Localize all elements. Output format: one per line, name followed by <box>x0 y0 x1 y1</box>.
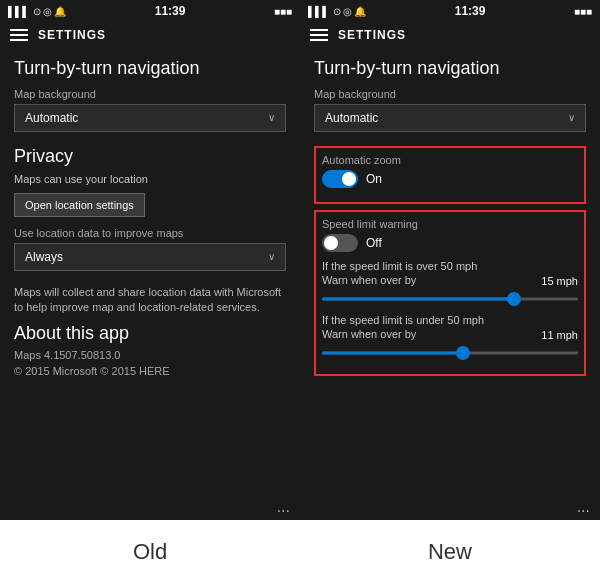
about-line2-left: © 2015 Microsoft © 2015 HERE <box>14 364 286 379</box>
map-bg-label-left: Map background <box>14 88 286 100</box>
auto-zoom-state: On <box>366 172 382 186</box>
over50-value-row: Warn when over by 15 mph <box>322 274 578 288</box>
under50-track <box>322 351 578 354</box>
over50-track <box>322 297 578 300</box>
volume-icon-left: 🔔 <box>54 6 66 17</box>
map-bg-dropdown-left[interactable]: Automatic ∨ <box>14 104 286 132</box>
signal-bars-right: ▌▌▌ <box>308 6 329 17</box>
signal-bars-left: ▌▌▌ <box>8 6 29 17</box>
hamburger-icon-left[interactable] <box>10 29 28 41</box>
location-data-value-left: Always <box>25 250 63 264</box>
map-bg-value-left: Automatic <box>25 111 78 125</box>
dropdown-arrow-right: ∨ <box>568 112 575 123</box>
privacy-desc-left: Maps can use your location <box>14 173 286 185</box>
nav-title-left: Turn-by-turn navigation <box>14 58 286 80</box>
under50-fill <box>322 351 463 354</box>
status-bar-right: ▌▌▌ ⊙ ◎ 🔔 11:39 ■■■ <box>300 0 600 22</box>
warn-over-by-label: Warn when over by <box>322 274 416 286</box>
speed-limit-box: Speed limit warning Off If the speed lim… <box>314 210 586 376</box>
over50-thumb[interactable] <box>507 292 521 306</box>
warn-under50-label: Warn when over by <box>322 328 416 340</box>
nav-title-right: Turn-by-turn navigation <box>314 58 586 80</box>
auto-zoom-box: Automatic zoom On <box>314 146 586 204</box>
location-icon-right: ◎ <box>343 6 352 17</box>
map-bg-label-right: Map background <box>314 88 586 100</box>
location-settings-button[interactable]: Open location settings <box>14 193 145 217</box>
time-left: 11:39 <box>155 4 186 18</box>
hamburger-icon-right[interactable] <box>310 29 328 41</box>
privacy-section-left: Privacy Maps can use your location Open … <box>14 146 286 316</box>
signal-icons-left: ▌▌▌ ⊙ ◎ 🔔 <box>8 6 66 17</box>
over50-value: 15 mph <box>541 275 578 287</box>
battery-right: ■■■ <box>574 6 592 17</box>
under50-label: If the speed limit is under 50 mph <box>322 314 578 326</box>
speed-toggle-row: Off <box>322 234 578 252</box>
about-title-left: About this app <box>14 323 286 344</box>
dropdown-arrow2-left: ∨ <box>268 251 275 262</box>
over50-label: If the speed limit is over 50 mph <box>322 260 578 272</box>
auto-zoom-toggle-row: On <box>322 170 578 188</box>
privacy-footer-left: Maps will collect and share location dat… <box>14 285 286 316</box>
settings-title-right: SETTINGS <box>338 28 406 42</box>
auto-zoom-label: Automatic zoom <box>322 154 578 166</box>
map-bg-dropdown-right[interactable]: Automatic ∨ <box>314 104 586 132</box>
volume-icon-right: 🔔 <box>354 6 366 17</box>
old-screen: ▌▌▌ ⊙ ◎ 🔔 11:39 ■■■ SETTINGS Turn-by-tur… <box>0 0 300 520</box>
location-icon-left: ◎ <box>43 6 52 17</box>
new-label: New <box>300 520 600 583</box>
under50-thumb[interactable] <box>456 346 470 360</box>
speed-warning-state: Off <box>366 236 382 250</box>
about-line1-left: Maps 4.1507.50813.0 <box>14 348 286 363</box>
battery-left: ■■■ <box>274 6 292 17</box>
screen-content-right: Turn-by-turn navigation Map background A… <box>300 48 600 494</box>
speed-warning-toggle[interactable] <box>322 234 358 252</box>
over50-slider[interactable] <box>322 292 578 306</box>
signal-icons-right: ▌▌▌ ⊙ ◎ 🔔 <box>308 6 366 17</box>
dropdown-arrow-left: ∨ <box>268 112 275 123</box>
bottom-dots-left: ... <box>0 494 300 520</box>
wifi-icon-left: ⊙ <box>33 6 41 17</box>
speed-warning-label: Speed limit warning <box>322 218 578 230</box>
bottom-labels: Old New <box>0 520 600 583</box>
status-bar-left: ▌▌▌ ⊙ ◎ 🔔 11:39 ■■■ <box>0 0 300 22</box>
old-label: Old <box>0 520 300 583</box>
under50-value: 11 mph <box>541 329 578 341</box>
settings-title-left: SETTINGS <box>38 28 106 42</box>
over50-fill <box>322 297 514 300</box>
map-bg-value-right: Automatic <box>325 111 378 125</box>
privacy-title-left: Privacy <box>14 146 286 167</box>
screen-content-left: Turn-by-turn navigation Map background A… <box>0 48 300 494</box>
bottom-dots-right: ... <box>300 494 600 520</box>
top-bar-right: SETTINGS <box>300 22 600 48</box>
top-bar-left: SETTINGS <box>0 22 300 48</box>
under50-value-row: Warn when over by 11 mph <box>322 328 578 342</box>
new-screen: ▌▌▌ ⊙ ◎ 🔔 11:39 ■■■ SETTINGS Turn-by-tur… <box>300 0 600 520</box>
time-right: 11:39 <box>455 4 486 18</box>
about-section-left: About this app Maps 4.1507.50813.0 © 201… <box>14 323 286 379</box>
wifi-icon-right: ⊙ <box>333 6 341 17</box>
location-data-dropdown-left[interactable]: Always ∨ <box>14 243 286 271</box>
location-data-label-left: Use location data to improve maps <box>14 227 286 239</box>
auto-zoom-toggle[interactable] <box>322 170 358 188</box>
under50-slider[interactable] <box>322 346 578 360</box>
